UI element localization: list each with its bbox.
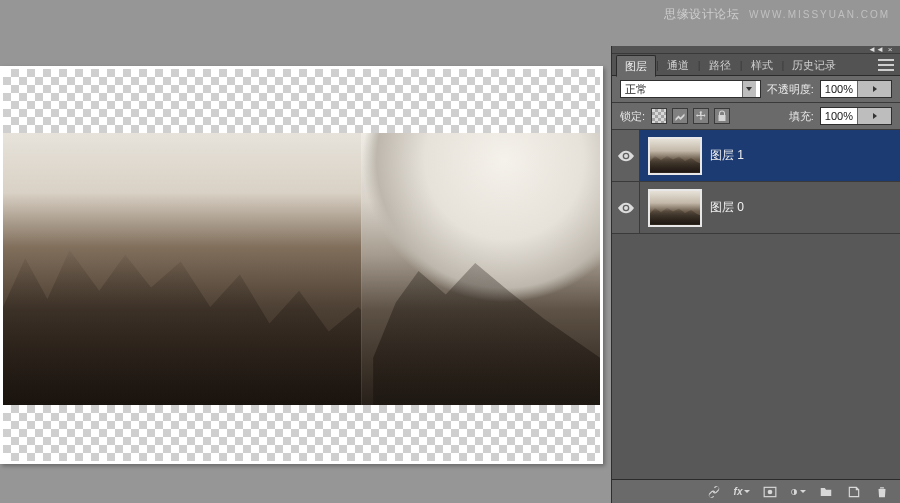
eye-icon (618, 150, 634, 162)
panel-collapse-bar[interactable]: ◄◄ × (612, 46, 900, 54)
svg-point-1 (768, 489, 773, 494)
eye-icon (618, 202, 634, 214)
lock-all-button[interactable] (714, 108, 730, 124)
stitch-seam (361, 133, 362, 405)
adjustment-layer-button[interactable] (790, 484, 806, 500)
fill-value: 100% (821, 110, 857, 122)
collapse-left-icon[interactable]: ◄◄ (872, 46, 880, 54)
tab-styles[interactable]: 样式 (743, 55, 782, 75)
fill-popup-icon[interactable] (857, 108, 891, 124)
lock-pixels-button[interactable] (672, 108, 688, 124)
tab-history[interactable]: 历史记录 (784, 55, 845, 75)
fill-label: 填充: (789, 109, 814, 124)
collapse-close-icon[interactable]: × (886, 46, 894, 54)
lock-buttons (651, 108, 730, 124)
layer-row[interactable]: 图层 0 (612, 182, 900, 234)
layers-panel: ◄◄ × 图层 | 通道 | 路径 | 样式 | 历史记录 正常 不透明度: 1… (611, 46, 900, 503)
layer-name[interactable]: 图层 1 (710, 147, 744, 164)
document-window[interactable] (0, 66, 603, 464)
opacity-label: 不透明度: (767, 82, 814, 97)
lock-transparency-button[interactable] (651, 108, 667, 124)
trash-button[interactable] (874, 484, 890, 500)
layers-list[interactable]: 图层 1 图层 0 (612, 130, 900, 479)
blend-mode-select[interactable]: 正常 (620, 80, 761, 98)
group-button[interactable] (818, 484, 834, 500)
layer-thumbnail[interactable] (648, 189, 702, 227)
blend-mode-value: 正常 (625, 82, 647, 97)
watermark-url: WWW.MISSYUAN.COM (749, 9, 890, 20)
layer-name[interactable]: 图层 0 (710, 199, 744, 216)
watermark: 思缘设计论坛 WWW.MISSYUAN.COM (664, 6, 890, 23)
blend-opacity-row: 正常 不透明度: 100% (612, 76, 900, 103)
panel-footer: fx (612, 479, 900, 503)
layer-row[interactable]: 图层 1 (612, 130, 900, 182)
visibility-toggle[interactable] (612, 182, 640, 233)
chevron-down-icon[interactable] (742, 81, 756, 97)
opacity-input[interactable]: 100% (820, 80, 892, 98)
lock-label: 锁定: (620, 109, 645, 124)
panel-menu-icon[interactable] (878, 59, 894, 71)
link-layers-button[interactable] (706, 484, 722, 500)
visibility-toggle[interactable] (612, 130, 640, 181)
fill-input[interactable]: 100% (820, 107, 892, 125)
layer-mask-button[interactable] (762, 484, 778, 500)
opacity-popup-icon[interactable] (857, 81, 891, 97)
new-layer-button[interactable] (846, 484, 862, 500)
canvas-image[interactable] (3, 133, 600, 405)
opacity-value: 100% (821, 83, 857, 95)
lock-position-button[interactable] (693, 108, 709, 124)
tab-layers[interactable]: 图层 (616, 55, 656, 77)
lock-fill-row: 锁定: 填充: 100% (612, 103, 900, 130)
photo-left-half (3, 133, 373, 405)
layer-thumbnail[interactable] (648, 137, 702, 175)
layer-style-button[interactable]: fx (734, 484, 750, 500)
watermark-title: 思缘设计论坛 (664, 7, 739, 21)
photo-right-half (361, 133, 600, 405)
tab-channels[interactable]: 通道 (659, 55, 698, 75)
tab-paths[interactable]: 路径 (701, 55, 740, 75)
panel-tabs: 图层 | 通道 | 路径 | 样式 | 历史记录 (612, 54, 900, 76)
